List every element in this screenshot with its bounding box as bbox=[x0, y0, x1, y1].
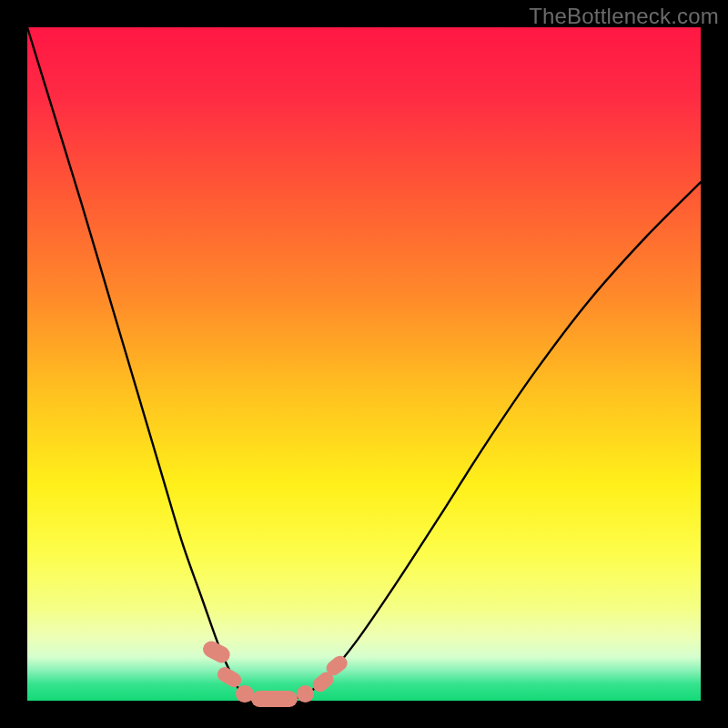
chart-frame bbox=[27, 27, 701, 701]
watermark-text: TheBottleneck.com bbox=[529, 4, 719, 29]
bottleneck-curve bbox=[27, 27, 701, 701]
